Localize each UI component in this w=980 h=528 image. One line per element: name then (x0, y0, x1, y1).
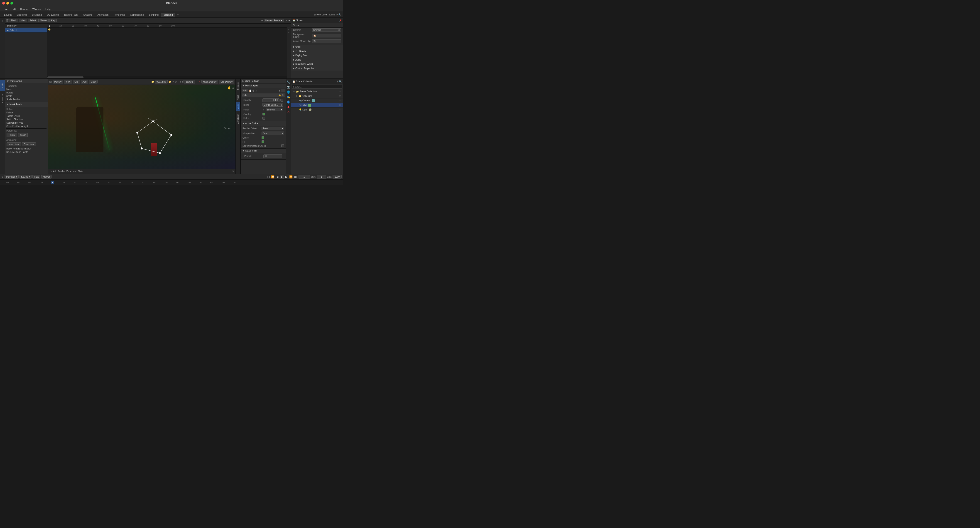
transforms-header[interactable]: Transforms (5, 79, 48, 83)
annotation-tab[interactable]: Annotation (0, 92, 5, 105)
clip-file-open[interactable]: 📂 (169, 81, 171, 83)
holes-checkbox[interactable] (262, 117, 265, 119)
timeline-marker-menu[interactable]: Marker (38, 19, 49, 22)
track-saber1[interactable]: ▶ Saber1 (5, 28, 47, 33)
self-intersection-checkbox[interactable] (281, 145, 284, 147)
start-frame-input[interactable] (317, 175, 326, 178)
menu-help[interactable]: Help (43, 7, 52, 11)
outliner-light[interactable]: 💡 Light 👁 (291, 108, 343, 112)
active-point-header[interactable]: Active Point (241, 149, 286, 153)
light-vis[interactable]: 👁 (339, 108, 341, 111)
outliner-camera[interactable]: 📷 Camera 👁 (291, 99, 343, 103)
tool-tab-active[interactable]: Tools (0, 80, 5, 91)
prev-key-button[interactable]: ⏪ (271, 175, 275, 179)
tab-compositing[interactable]: Compositing (128, 13, 146, 17)
blend-dropdown[interactable]: Merge Subtr... ▾ (262, 103, 283, 107)
mask-layers-header[interactable]: Mask Layers (241, 83, 286, 88)
timeline-scroll-down[interactable]: ▼ (288, 31, 290, 33)
falloff-dropdown[interactable]: Smooth ▾ (266, 108, 283, 111)
active-point-parent-dropdown[interactable]: 🎬 (263, 154, 282, 158)
outliner-search-input[interactable] (292, 85, 342, 89)
next-frame-button[interactable]: ▶ (285, 175, 288, 179)
bt-view-menu[interactable]: View (32, 175, 41, 178)
transform-rotate[interactable]: Rotate (6, 91, 46, 94)
rekey-shape-points[interactable]: Re-Key Shape Points (6, 150, 46, 154)
mask-display-btn[interactable]: Mask Display (202, 80, 218, 83)
transform-scale-feather[interactable]: Scale Feather (6, 98, 46, 101)
reset-feather-anim[interactable]: Reset Feather Animation (6, 147, 46, 150)
fill-checkbox[interactable] (262, 140, 264, 143)
overlap-checkbox[interactable] (262, 113, 265, 115)
gravity-checkbox[interactable]: ✓ (295, 50, 297, 52)
clip-mask-menu[interactable]: Mask (89, 80, 97, 83)
camera-vis[interactable]: 👁 (339, 99, 341, 102)
spline-toggle-cyclic[interactable]: Toggle Cyclic (6, 114, 46, 118)
maximize-button[interactable] (10, 2, 13, 5)
opacity-value[interactable]: 1.000 (262, 99, 280, 102)
sub-layer-row[interactable]: Sub 🔒 👁 (242, 94, 285, 97)
bg-scene-dropdown[interactable]: 🏠 (312, 34, 341, 37)
camera-dropdown[interactable]: Camera ✕ (312, 29, 341, 32)
timeline-select-menu[interactable]: Select (28, 19, 37, 22)
jump-start-button[interactable]: ⏮ (266, 175, 270, 179)
clip-file-x[interactable]: ✕ (172, 81, 174, 83)
add-workspace-button[interactable]: + (176, 13, 180, 17)
timeline-mode-dropdown[interactable]: Mask (10, 19, 18, 22)
cube-vis[interactable]: 👁 (339, 104, 341, 107)
jump-end-button[interactable]: ⏭ (294, 175, 298, 179)
outliner-collection[interactable]: ▼ 📁 Collection 👁 (291, 94, 343, 99)
transform-move[interactable]: Move (6, 87, 46, 91)
cyclic-checkbox[interactable] (262, 136, 264, 139)
units-header[interactable]: Units (291, 45, 343, 49)
far-right-icon7[interactable]: ◇ (286, 110, 291, 114)
rigid-body-header[interactable]: Rigid Body World (291, 62, 343, 66)
play-button[interactable]: ▶ (280, 175, 284, 179)
feather-offset-dropdown[interactable]: Even ▾ (262, 127, 284, 130)
tab-animation[interactable]: Animation (95, 13, 111, 17)
prev-frame-button[interactable]: ◀ (275, 175, 280, 179)
mask-settings-header[interactable]: Mask Settings (241, 79, 286, 83)
clip-clip-menu[interactable]: Clip (73, 80, 80, 83)
mask-tools-header[interactable]: Mask Tools (5, 102, 48, 107)
menu-window[interactable]: Window (30, 7, 43, 11)
outliner-scene-collection[interactable]: ▼ 📁 Scene Collection 👁 (291, 89, 343, 94)
far-right-icon3[interactable]: 🌐 (286, 90, 291, 94)
tab-texture-paint[interactable]: Texture Paint (62, 13, 81, 17)
active-spline-header[interactable]: Active Spline (241, 121, 286, 126)
mask-add-button[interactable]: Add (242, 89, 248, 92)
clip-check[interactable]: ✓ (196, 81, 198, 83)
outliner-cube[interactable]: ◻ Cube 👁 (291, 103, 343, 108)
tab-modeling[interactable]: Modeling (14, 13, 29, 17)
minimize-button[interactable] (6, 2, 9, 5)
gravity-header[interactable]: ✓ Gravity (291, 49, 343, 53)
bt-playback-menu[interactable]: Playback ▾ (5, 175, 19, 178)
custom-props-header[interactable]: Custom Properties (291, 66, 343, 70)
keying-sets-header[interactable]: Keying Sets (291, 53, 343, 57)
bottom-ruler[interactable]: -40 -30 -20 -10 1 10 20 30 40 50 60 70 8… (0, 180, 343, 185)
scene-collection-vis[interactable]: 👁 (339, 90, 341, 93)
tab-layout[interactable]: Layout (2, 13, 14, 17)
mask-tab-right[interactable]: Mask (236, 102, 240, 111)
tab-rendering[interactable]: Rendering (111, 13, 127, 17)
far-right-icon4[interactable]: 🎭 (286, 95, 291, 99)
audio-header[interactable]: Audio (291, 57, 343, 62)
current-frame-input[interactable] (299, 175, 310, 178)
clear-parent-button[interactable]: Clear (18, 133, 28, 137)
movie-clip-dropdown[interactable]: 🎬 (312, 40, 341, 43)
outliner-filter-icon[interactable]: ⚙ (336, 80, 339, 83)
spline-switch-direction[interactable]: Switch Direction (6, 118, 46, 121)
interpolation-dropdown[interactable]: Ease ▾ (262, 132, 284, 135)
track-tab[interactable]: Track (236, 93, 240, 102)
end-frame-input[interactable] (332, 175, 342, 178)
bt-keying-menu[interactable]: Keying ▾ (19, 175, 31, 178)
clip-add-menu[interactable]: Add (81, 80, 88, 83)
timeline-view-menu[interactable]: View (19, 19, 27, 22)
tab-shading[interactable]: Shading (81, 13, 95, 17)
collection-vis[interactable]: 👁 (339, 95, 341, 97)
tab-masking[interactable]: Masking (161, 13, 175, 17)
transform-icon[interactable]: ⊕ (232, 86, 234, 90)
props-pin-icon[interactable]: 📌 (339, 19, 342, 22)
camera-dropdown-x[interactable]: ✕ (338, 29, 340, 31)
timeline-scroll-up[interactable]: ▲ (288, 28, 290, 30)
far-right-icon6[interactable]: ◆ (286, 105, 291, 109)
